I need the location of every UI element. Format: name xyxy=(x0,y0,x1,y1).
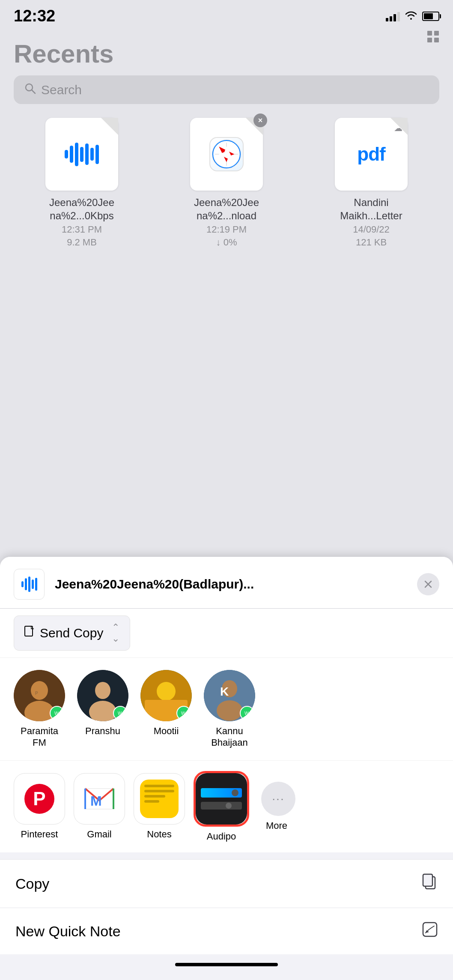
share-sheet: Jeena%20Jeena%20(Badlapur)... Send Copy … xyxy=(0,557,453,980)
app-name-notes: Notes xyxy=(147,829,171,840)
more-dots: ··· xyxy=(272,792,284,806)
contact-name-pranshu: Pranshu xyxy=(85,726,120,737)
file-size-3: 121 KB xyxy=(356,237,387,248)
notes-icon xyxy=(134,773,185,825)
signal-icon xyxy=(386,11,400,21)
svg-text:W: W xyxy=(244,711,249,716)
svg-point-18 xyxy=(95,682,110,699)
more-button[interactable]: ··· xyxy=(261,782,295,816)
more-apps[interactable]: ··· More xyxy=(258,782,295,831)
file-name-2: Jeena%20Jeena%2...nload xyxy=(194,196,259,222)
audipo-icon xyxy=(196,773,247,825)
svg-text:W: W xyxy=(181,711,185,716)
svg-text:M: M xyxy=(90,793,102,809)
app-pinterest[interactable]: P Pinterest xyxy=(14,773,65,840)
app-name-pinterest: Pinterest xyxy=(21,829,58,840)
file-close-button[interactable]: × xyxy=(253,114,267,127)
contact-pranshu[interactable]: W Pranshu xyxy=(77,670,128,748)
copy-label: Copy xyxy=(15,875,49,892)
file-name-3: NandiniMaikh...Letter xyxy=(340,196,402,222)
file-card-pdf[interactable]: ☁ pdf NandiniMaikh...Letter 14/09/22 121… xyxy=(303,118,439,248)
audipo-selected-border xyxy=(194,771,249,827)
file-size-2: ↓ 0% xyxy=(216,237,237,248)
contacts-row: P W ParamitaFM W xyxy=(0,657,453,760)
app-audipo[interactable]: Audipo xyxy=(194,771,249,842)
app-icons-row: P Pinterest M Gmail xyxy=(0,760,453,852)
search-placeholder: Search xyxy=(41,83,82,97)
battery-icon xyxy=(422,12,439,21)
file-name-1: Jeena%20Jeena%2...0Kbps xyxy=(49,196,114,222)
file-icon-audio xyxy=(45,118,118,191)
send-copy-button[interactable]: Send Copy ⌃⌄ xyxy=(14,615,130,651)
contact-name-mootii: Mootii xyxy=(154,726,179,737)
file-icon-safari: × xyxy=(190,118,263,191)
file-time-3: 14/09/22 xyxy=(353,224,390,235)
file-time-2: 12:19 PM xyxy=(206,224,247,235)
share-file-icon xyxy=(14,569,45,600)
copy-icon xyxy=(422,873,438,894)
svg-text:K: K xyxy=(220,685,229,698)
status-time: 12:32 xyxy=(14,7,55,25)
contact-avatar-kannu: K W xyxy=(204,670,255,721)
file-card-audio[interactable]: Jeena%20Jeena%2...0Kbps 12:31 PM 9.2 MB xyxy=(14,118,150,248)
pdf-label: pdf xyxy=(357,143,385,165)
svg-text:W: W xyxy=(54,711,59,716)
app-name-audipo: Audipo xyxy=(207,831,236,842)
svg-text:W: W xyxy=(118,711,122,716)
quick-note-icon xyxy=(422,922,438,941)
whatsapp-badge: W xyxy=(50,706,64,720)
contact-avatar-pranshu: W xyxy=(77,670,128,721)
svg-rect-40 xyxy=(423,923,437,936)
chevron-up-down-icon: ⌃⌄ xyxy=(112,622,119,644)
svg-rect-39 xyxy=(423,874,432,886)
app-notes[interactable]: Notes xyxy=(134,773,185,840)
contact-paramita[interactable]: P W ParamitaFM xyxy=(14,670,65,748)
svg-text:P: P xyxy=(35,691,38,696)
document-icon xyxy=(24,626,35,640)
file-size-1: 9.2 MB xyxy=(67,237,97,248)
page-title: Recents xyxy=(14,29,439,75)
share-header: Jeena%20Jeena%20(Badlapur)... xyxy=(0,557,453,609)
svg-point-24 xyxy=(157,682,176,701)
send-copy-label: Send Copy xyxy=(40,626,103,640)
wifi-icon xyxy=(405,10,417,22)
main-content: Recents Search xyxy=(0,29,453,248)
action-copy[interactable]: Copy xyxy=(0,859,453,908)
pinterest-icon: P xyxy=(14,773,65,825)
search-bar[interactable]: Search xyxy=(14,75,439,104)
contact-name-paramita: ParamitaFM xyxy=(21,726,58,748)
cloud-icon: ☁ xyxy=(394,123,402,133)
contact-mootii[interactable]: W Mootii xyxy=(140,670,192,748)
more-label: More xyxy=(266,820,287,831)
action-new-quick-note[interactable]: New Quick Note xyxy=(0,908,453,954)
grid-view-button[interactable] xyxy=(427,31,439,43)
home-indicator xyxy=(175,963,278,966)
contact-kannu[interactable]: K W KannuBhaijaan xyxy=(204,670,255,748)
svg-point-30 xyxy=(217,700,242,721)
gmail-icon: M xyxy=(74,773,125,825)
send-copy-row: Send Copy ⌃⌄ xyxy=(0,609,453,657)
status-icons xyxy=(386,10,439,22)
pinterest-logo: P xyxy=(24,784,54,814)
share-close-button[interactable] xyxy=(417,573,439,595)
app-name-gmail: Gmail xyxy=(87,829,111,840)
contact-name-kannu: KannuBhaijaan xyxy=(211,726,248,748)
contact-avatar-mootii: W xyxy=(140,670,192,721)
file-time-1: 12:31 PM xyxy=(62,224,102,235)
whatsapp-badge: W xyxy=(240,706,254,720)
app-gmail[interactable]: M Gmail xyxy=(74,773,125,840)
search-icon xyxy=(24,82,36,97)
file-icon-pdf: ☁ pdf xyxy=(335,118,408,191)
share-file-name: Jeena%20Jeena%20(Badlapur)... xyxy=(55,577,407,592)
svg-line-1 xyxy=(32,90,35,93)
whatsapp-badge: W xyxy=(113,706,128,720)
new-quick-note-label: New Quick Note xyxy=(15,923,121,940)
contact-avatar-paramita: P W xyxy=(14,670,65,721)
file-cards: Jeena%20Jeena%2...0Kbps 12:31 PM 9.2 MB … xyxy=(14,118,439,248)
whatsapp-badge: W xyxy=(176,706,191,720)
svg-point-12 xyxy=(31,681,48,700)
file-card-safari[interactable]: × Jeena%20Jeena%2...nload 12:19 PM ↓ 0% xyxy=(158,118,295,248)
status-bar: 12:32 xyxy=(0,0,453,29)
